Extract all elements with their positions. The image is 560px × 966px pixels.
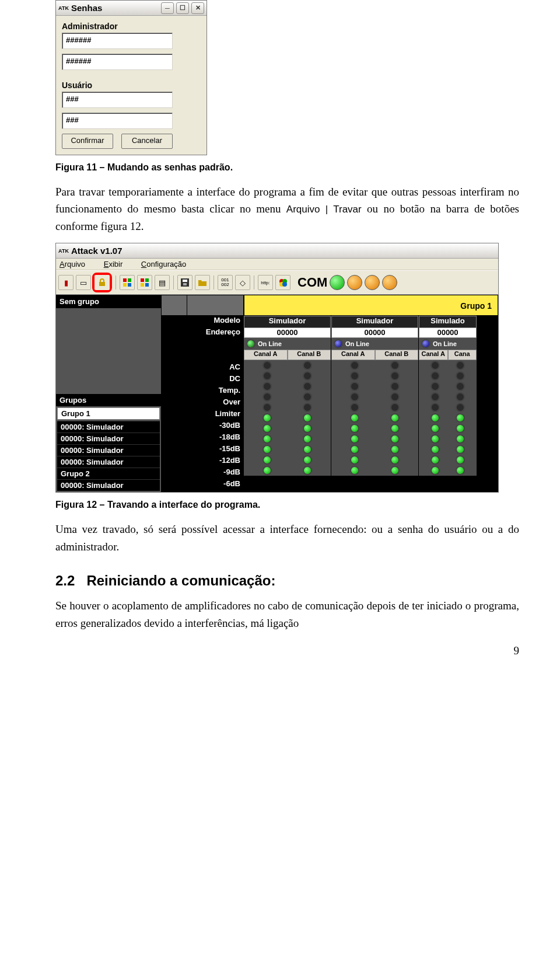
paragraph-1: Para travar temporariamente a interface …: [55, 183, 519, 235]
group-item[interactable]: 00000: Simulador: [57, 444, 160, 456]
group-item[interactable]: Grupo 1: [57, 407, 160, 420]
open-icon[interactable]: [195, 275, 210, 290]
online-led: [246, 339, 256, 348]
section-title: Reiniciando a comunicação:: [86, 573, 275, 588]
sim-address: 00000: [331, 327, 418, 338]
confirm-button[interactable]: Confirmar: [62, 134, 113, 149]
book-icon[interactable]: ▮: [58, 275, 74, 290]
titlebar: ATK Senhas ─ ☐ ✕: [56, 1, 206, 16]
group-header: Grupo 1: [244, 295, 498, 316]
db-label: -6dB: [190, 479, 240, 491]
svg-rect-3: [128, 283, 131, 287]
channels: Grupo 1 Simulador 00000 On Line Canal AC…: [244, 295, 498, 492]
paragraph-2: Uma vez travado, só será possível acessa…: [55, 521, 519, 555]
user-label: Usuário: [62, 81, 201, 90]
canal-b[interactable]: Canal B: [288, 350, 331, 360]
online-label: On Line: [345, 340, 369, 347]
svg-rect-0: [123, 278, 127, 282]
status-label: DC: [190, 374, 240, 386]
canal-b[interactable]: Canal B: [375, 350, 419, 360]
group-item[interactable]: 00000: Simulador: [57, 433, 160, 444]
status-label: AC: [190, 362, 240, 374]
group-item[interactable]: 00000: Simulador: [57, 479, 160, 491]
status-label: Over: [190, 397, 240, 409]
com-status: COM: [298, 275, 397, 290]
db-label: -9dB: [190, 468, 240, 479]
grid-icon[interactable]: [120, 275, 135, 290]
lock-icon[interactable]: [94, 275, 110, 290]
canal-a[interactable]: Canal A: [244, 350, 288, 360]
list-icon[interactable]: 001002: [218, 275, 233, 290]
com-led-green: [330, 275, 345, 290]
close-icon[interactable]: ✕: [191, 2, 204, 14]
http-icon[interactable]: http:: [258, 275, 273, 290]
grid2-icon[interactable]: [137, 275, 152, 290]
group-item[interactable]: 00000: Simulador: [57, 421, 160, 433]
svg-rect-7: [145, 283, 149, 287]
canal-a[interactable]: Canal A: [331, 350, 375, 360]
user-password-2[interactable]: ###: [62, 113, 173, 129]
sim-header: Simulado: [419, 316, 477, 327]
menu-path: Arquivo | Travar: [286, 204, 362, 215]
online-led: [421, 339, 430, 348]
db-label: -15dB: [190, 444, 240, 456]
group-item[interactable]: Grupo 2: [57, 468, 160, 479]
online-label: On Line: [258, 340, 282, 347]
save-icon[interactable]: [177, 275, 192, 290]
svg-rect-9: [183, 280, 187, 282]
com-led-1: [347, 275, 362, 290]
app-icon: ATK: [58, 247, 69, 255]
svg-rect-10: [183, 283, 187, 285]
canal-cut[interactable]: Cana: [448, 350, 477, 360]
doc-icon[interactable]: ▭: [76, 275, 91, 290]
com-led-3: [382, 275, 397, 290]
eraser-icon[interactable]: ◇: [235, 275, 250, 290]
dialog-title: Senhas: [71, 3, 102, 13]
sidebar: Sem grupo Grupos Grupo 1 00000: Simulado…: [56, 295, 161, 492]
sim-address: 00000: [244, 327, 331, 338]
page-number: 9: [514, 644, 520, 657]
admin-password-2[interactable]: ######: [62, 54, 173, 70]
menu-config[interactable]: Configuração: [141, 260, 194, 268]
cancel-button[interactable]: Cancelar: [121, 134, 173, 149]
db-label: -30dB: [190, 421, 240, 433]
label-modelo: Modelo: [190, 316, 240, 327]
admin-label: Administrador: [62, 22, 201, 31]
group-item[interactable]: 00000: Simulador: [57, 456, 160, 468]
svg-rect-5: [145, 278, 149, 282]
svg-rect-2: [123, 283, 127, 287]
app-title: Attack v1.07: [71, 246, 123, 256]
com-led-2: [365, 275, 380, 290]
online-label: On Line: [433, 340, 457, 347]
canal-a[interactable]: Canal A: [419, 350, 448, 360]
attack-app-window: ATK Attack v1.07 Arquivo Exibir Configur…: [55, 243, 499, 493]
svg-point-14: [282, 282, 287, 287]
paragraph-3: Se houver o acoplamento de amplificadore…: [55, 597, 519, 632]
sim-column: Simulador 00000 On Line Canal ACanal B: [331, 316, 419, 476]
no-group-header: Sem grupo: [56, 295, 161, 308]
user-password-1[interactable]: ###: [62, 92, 173, 108]
section-heading: 2.2Reiniciando a comunicação:: [55, 573, 519, 589]
status-label: Temp.: [190, 386, 240, 397]
senhas-dialog: ATK Senhas ─ ☐ ✕ Administrador ###### ##…: [55, 0, 207, 155]
sim-column: Simulador 00000 On Line Canal ACanal B: [244, 316, 331, 476]
menu-file[interactable]: Arquivo: [60, 260, 93, 268]
lock-button-highlight: [92, 273, 112, 292]
figure-11-caption: Figura 11 – Mudando as senhas padrão.: [55, 162, 519, 173]
sim-address: 00000: [419, 327, 477, 338]
menu-view[interactable]: Exibir: [104, 260, 131, 268]
menubar: Arquivo Exibir Configuração: [56, 259, 498, 270]
minimize-icon[interactable]: ─: [161, 2, 174, 14]
page-icon[interactable]: ▤: [155, 275, 170, 290]
groups-label: Grupos: [56, 394, 161, 406]
app-content: Sem grupo Grupos Grupo 1 00000: Simulado…: [56, 295, 498, 492]
colors-icon[interactable]: [275, 275, 290, 290]
maximize-icon[interactable]: ☐: [176, 2, 189, 14]
svg-rect-4: [141, 278, 144, 282]
section-number: 2.2: [55, 573, 75, 588]
groups-list: Grupo 1 00000: Simulador 00000: Simulado…: [56, 406, 161, 492]
admin-password-1[interactable]: ######: [62, 33, 173, 49]
label-endereco: Endereço: [190, 327, 240, 339]
status-label: Limiter: [190, 409, 240, 421]
db-label: -18dB: [190, 433, 240, 444]
